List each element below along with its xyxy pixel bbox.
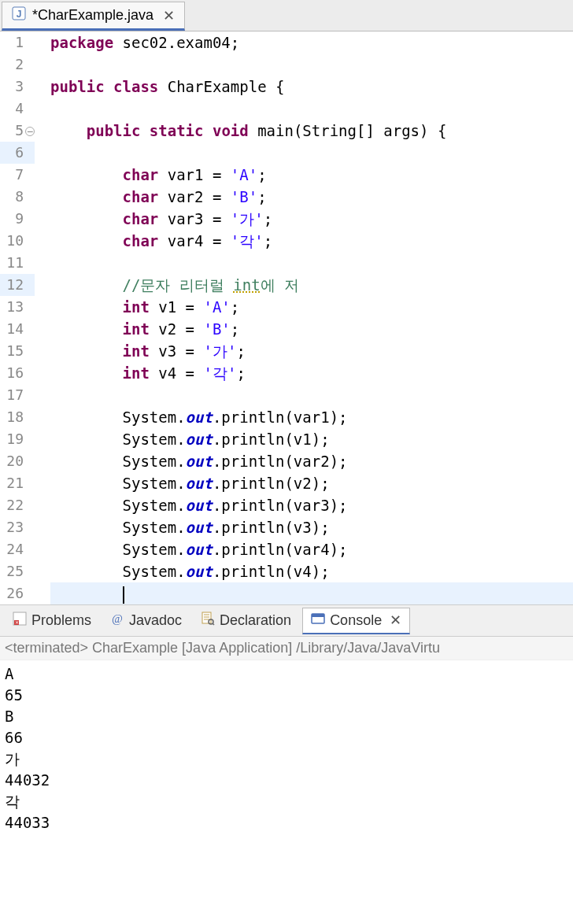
line-number: 17 [0,384,35,406]
tab-console[interactable]: Console ✕ [302,608,410,634]
line-number: 5− [0,120,35,142]
svg-text:✕: ✕ [15,620,19,625]
line-number: 22 [0,494,35,516]
code-line[interactable] [50,582,573,604]
line-number: 9 [0,208,35,230]
line-number: 23 [0,516,35,538]
svg-rect-6 [202,612,211,623]
tab-label: Javadoc [129,612,182,629]
line-number-gutter: 12345−6789101112131415161718192021222324… [0,31,41,604]
code-line[interactable]: int v2 = 'B'; [50,318,573,340]
line-number: 11 [0,252,35,274]
code-line[interactable] [50,384,573,406]
editor-tab-bar: J *CharExample.java ✕ [0,0,573,31]
code-line[interactable]: System.out.println(v4); [50,560,573,582]
console-icon [311,612,325,630]
line-number: 24 [0,538,35,560]
line-number: 18 [0,406,35,428]
console-line: A [5,663,568,685]
close-icon[interactable]: ✕ [163,7,175,24]
fold-icon[interactable]: − [25,127,35,136]
line-number: 1 [0,31,35,54]
console-line: 66 [5,727,568,748]
bottom-panel: ✕ Problems @ Javadoc [0,604,573,837]
tab-label: Declaration [220,612,291,629]
java-file-icon: J [12,6,26,24]
line-number: 12 [0,274,35,296]
tab-problems[interactable]: ✕ Problems [5,608,99,633]
console-line: 44033 [5,812,568,833]
code-line[interactable]: System.out.println(v2); [50,472,573,494]
line-number: 13 [0,296,35,318]
code-line[interactable]: System.out.println(var3); [50,494,573,516]
close-icon[interactable]: ✕ [390,612,401,629]
console-line: B [5,706,568,727]
bottom-tab-row: ✕ Problems @ Javadoc [0,605,573,637]
console-body: <terminated> CharExample [Java Applicati… [0,637,573,837]
console-line: 가 [5,748,568,770]
tab-declaration[interactable]: Declaration [193,608,299,633]
code-line[interactable]: System.out.println(var2); [50,450,573,472]
line-number: 15 [0,340,35,362]
tab-label: Console [330,612,382,629]
code-line[interactable]: System.out.println(var1); [50,406,573,428]
svg-text:J: J [17,9,22,20]
line-number: 25 [0,560,35,582]
console-status: <terminated> CharExample [Java Applicati… [0,637,573,660]
code-line[interactable]: System.out.println(var4); [50,538,573,560]
svg-line-11 [213,623,214,625]
svg-rect-13 [312,614,324,617]
line-number: 3 [0,76,35,98]
line-number: 6 [0,142,35,164]
code-line[interactable]: System.out.println(v1); [50,428,573,450]
problems-icon: ✕ [13,612,27,630]
line-number: 2 [0,54,35,76]
line-number: 4 [0,98,35,120]
console-line: 각 [5,791,568,812]
code-line[interactable]: char var3 = '가'; [50,208,573,230]
code-line[interactable]: public static void main(String[] args) { [50,120,573,142]
line-number: 7 [0,164,35,186]
javadoc-icon: @ [110,612,124,630]
code-line[interactable]: int v1 = 'A'; [50,296,573,318]
svg-text:@: @ [112,612,123,625]
code-line[interactable] [50,98,573,120]
line-number: 16 [0,362,35,384]
line-number: 8 [0,186,35,208]
console-line: 65 [5,685,568,706]
code-line[interactable]: char var1 = 'A'; [50,164,573,186]
tab-javadoc[interactable]: @ Javadoc [102,608,190,633]
editor-tab[interactable]: J *CharExample.java ✕ [2,2,185,31]
code-line[interactable]: int v4 = '각'; [50,362,573,384]
tab-title: *CharExample.java [32,7,153,24]
console-output[interactable]: A65B66가44032각44033 [0,660,573,837]
line-number: 19 [0,428,35,450]
code-line[interactable] [50,142,573,164]
declaration-icon [201,612,215,630]
tab-label: Problems [31,612,91,629]
code-line[interactable]: //문자 리터럴 int에 저 [50,274,573,296]
code-line[interactable]: System.out.println(v3); [50,516,573,538]
console-line: 44032 [5,770,568,791]
code-content[interactable]: package sec02.exam04;public class CharEx… [41,31,573,604]
code-line[interactable] [50,54,573,76]
line-number: 21 [0,472,35,494]
line-number: 10 [0,230,35,252]
code-line[interactable]: char var4 = '각'; [50,230,573,252]
code-editor[interactable]: 12345−6789101112131415161718192021222324… [0,31,573,604]
code-line[interactable] [50,252,573,274]
line-number: 20 [0,450,35,472]
code-line[interactable]: int v3 = '가'; [50,340,573,362]
line-number: 14 [0,318,35,340]
code-line[interactable]: char var2 = 'B'; [50,186,573,208]
line-number: 26 [0,582,35,604]
code-line[interactable]: public class CharExample { [50,76,573,98]
code-line[interactable]: package sec02.exam04; [50,31,573,54]
